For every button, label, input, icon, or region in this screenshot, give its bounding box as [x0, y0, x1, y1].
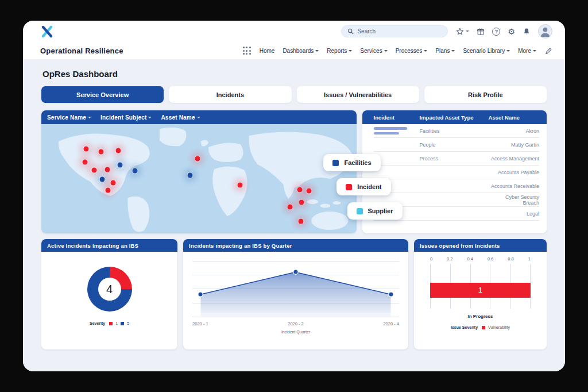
map-dot-incident[interactable]	[83, 159, 88, 164]
nav-item-reports[interactable]: Reports	[327, 48, 352, 54]
map-legend-incident[interactable]: Incident	[336, 178, 390, 195]
map-dot-facility[interactable]	[117, 163, 122, 168]
map-legend-label: Facilities	[344, 159, 371, 166]
column-header-asset-name: Asset Name	[489, 114, 539, 121]
donut-chart[interactable]: 4	[87, 267, 132, 312]
favorites-star-icon[interactable]	[456, 28, 469, 36]
donut-center-value: 4	[98, 278, 121, 301]
donut-legend: Severity 1 5	[90, 321, 129, 325]
map-dot-incident[interactable]	[110, 180, 115, 186]
world-map[interactable]	[41, 124, 357, 233]
x-tick-label: 0	[430, 256, 432, 264]
nav-item-plans[interactable]: Plans	[435, 48, 455, 54]
nav-item-dashboards[interactable]: Dashboards	[283, 48, 319, 54]
dashboard-content: OpRes Dashboard Service Overview Inciden…	[23, 59, 565, 371]
tab-service-overview[interactable]: Service Overview	[41, 86, 164, 103]
cell-asset-name[interactable]: Matty Gartin	[489, 142, 539, 148]
map-dot-incident[interactable]	[307, 189, 312, 194]
area-point[interactable]	[199, 293, 203, 297]
map-dot-incident[interactable]	[287, 205, 292, 210]
tab-incidents[interactable]: Incidents	[169, 86, 291, 103]
notifications-bell-icon[interactable]	[523, 28, 531, 36]
map-dot-incident[interactable]	[105, 167, 110, 172]
nav-item-label: Services	[360, 48, 382, 54]
app-logo-icon[interactable]	[40, 25, 54, 39]
map-dot-incident[interactable]	[115, 148, 121, 153]
hbar[interactable]: 1	[430, 283, 531, 298]
global-header: ? ⚙	[23, 21, 565, 42]
nav-item-scenario-library[interactable]: Scenario Library	[463, 48, 510, 54]
nav-item-processes[interactable]: Processes	[396, 48, 428, 54]
cell-impacted-asset-type: Process	[420, 156, 489, 162]
filter-incident-subject[interactable]: Incident Subject	[100, 114, 152, 121]
incident-skeleton	[374, 127, 420, 134]
map-legend-supplier[interactable]: Supplier	[347, 202, 403, 220]
x-axis-title: Incident Quarter	[192, 330, 399, 334]
column-header-incident: Incident	[374, 114, 420, 121]
map-dot-incident[interactable]	[91, 167, 96, 172]
bar-chart[interactable]: 1	[430, 264, 531, 309]
cell-asset-name[interactable]: Accounts Receivable	[489, 183, 539, 189]
app-launcher-icon[interactable]	[243, 47, 251, 55]
edit-pencil-icon[interactable]	[545, 47, 552, 55]
area-point[interactable]	[294, 270, 298, 274]
area-point[interactable]	[389, 293, 393, 297]
area-chart[interactable]	[192, 261, 399, 317]
map-legend-label: Incident	[357, 183, 381, 190]
card-header: Issues opened from Incidents	[414, 239, 547, 252]
map-dot-incident[interactable]	[195, 156, 200, 162]
tab-risk-profile[interactable]: Risk Profile	[424, 86, 547, 103]
map-dot-facility[interactable]	[188, 172, 193, 178]
map-dot-facility[interactable]	[132, 168, 137, 173]
donut-legend-swatch	[121, 322, 124, 325]
bar-x-axis: 0 0.2 0.4 0.6 0.8 1	[430, 256, 531, 264]
cell-asset-name[interactable]: Cyber Security Breach	[489, 194, 539, 206]
cell-asset-name[interactable]: Accounts Payable	[489, 170, 539, 175]
chevron-down-icon	[148, 117, 152, 118]
map-dot-facility[interactable]	[100, 176, 105, 182]
chevron-down-icon	[315, 50, 319, 52]
x-tick-label: 0.4	[467, 256, 473, 264]
search-input[interactable]	[357, 28, 442, 34]
nav-item-home[interactable]: Home	[260, 48, 275, 54]
nav-item-more[interactable]: More	[518, 48, 536, 54]
map-dot-incident[interactable]	[297, 187, 303, 193]
card-title: Active Incidents Impacting an IBS	[47, 243, 138, 249]
table-row[interactable]: Process Access Management	[374, 152, 539, 166]
legend-title: Issue Severity	[451, 325, 478, 329]
tab-issues-vulnerabilities[interactable]: Issues / Vulnerabilities	[297, 86, 419, 103]
gift-icon[interactable]	[477, 28, 485, 36]
nav-item-services[interactable]: Services	[360, 48, 387, 54]
skeleton-line	[374, 127, 407, 130]
filter-service-name[interactable]: Service Name	[47, 114, 91, 121]
nav-item-label: Processes	[396, 48, 423, 54]
filter-asset-name[interactable]: Asset Name	[161, 114, 200, 121]
map-dot-incident[interactable]	[84, 146, 89, 151]
map-dot-incident[interactable]	[98, 149, 103, 155]
cell-asset-name[interactable]: Legal	[489, 211, 539, 217]
map-dot-incident[interactable]	[237, 183, 242, 188]
cell-asset-name[interactable]: Akron	[489, 128, 539, 134]
table-row[interactable]: Accounts Receivable	[374, 179, 539, 193]
x-tick-label: 0.2	[447, 256, 452, 264]
table-row[interactable]: People Matty Gartin	[374, 138, 539, 152]
legend-label: 1	[115, 321, 118, 325]
cell-asset-name[interactable]: Access Management	[489, 156, 539, 162]
user-avatar[interactable]	[538, 24, 552, 39]
global-search[interactable]	[341, 25, 448, 37]
help-icon[interactable]: ?	[492, 28, 500, 36]
x-tick-label: 2020 - 1	[192, 321, 208, 326]
search-icon	[347, 26, 354, 37]
x-tick-label: 1	[528, 256, 531, 264]
map-legend-swatch	[332, 160, 339, 166]
map-legend-facilities[interactable]: Facilities	[323, 154, 380, 171]
map-dot-incident[interactable]	[298, 218, 303, 224]
map-legend-label: Supplier	[368, 207, 393, 214]
map-dot-incident[interactable]	[299, 200, 304, 205]
settings-gear-icon[interactable]: ⚙	[508, 28, 515, 36]
map-dot-incident[interactable]	[106, 187, 111, 193]
card-active-incidents: Active Incidents Impacting an IBS 4 Seve…	[41, 239, 177, 349]
card-title: Issues opened from Incidents	[420, 243, 500, 249]
table-row[interactable]: Accounts Payable	[374, 166, 539, 179]
table-row[interactable]: Facilities Akron	[374, 124, 539, 138]
